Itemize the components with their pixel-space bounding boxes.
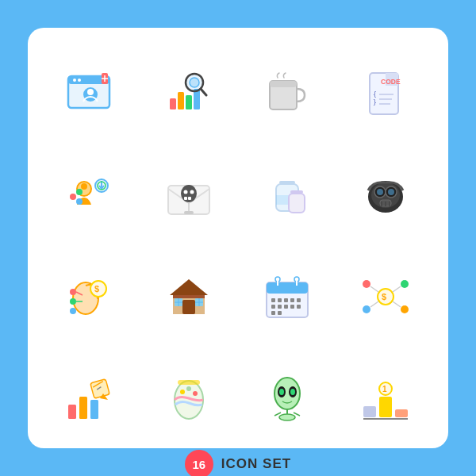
svg-rect-90 (297, 305, 301, 309)
svg-text:CODE: CODE (381, 78, 401, 86)
svg-point-5 (78, 79, 81, 82)
icon-grid: { } CODE (47, 50, 429, 442)
svg-rect-9 (170, 98, 176, 109)
icon-count-badge: 16 (185, 450, 213, 476)
svg-point-110 (180, 390, 185, 394)
svg-rect-103 (68, 405, 76, 419)
svg-rect-74 (173, 295, 205, 298)
svg-rect-86 (271, 305, 275, 309)
svg-rect-105 (90, 400, 98, 419)
code-file-icon: { } CODE (342, 50, 429, 137)
svg-rect-104 (79, 397, 87, 419)
svg-marker-65 (170, 279, 208, 295)
svg-point-118 (290, 389, 295, 395)
svg-point-3 (87, 89, 94, 95)
skull-mail-icon (145, 152, 232, 239)
web-user-icon (47, 50, 134, 137)
svg-point-15 (190, 78, 199, 87)
svg-rect-91 (271, 311, 275, 315)
employee-download-icon (47, 152, 134, 239)
svg-rect-82 (278, 298, 282, 302)
svg-point-51 (377, 189, 383, 195)
svg-rect-40 (184, 211, 194, 214)
svg-line-101 (370, 301, 378, 307)
svg-text:$: $ (382, 292, 386, 301)
gas-mask-icon (342, 152, 429, 239)
svg-point-97 (363, 305, 370, 313)
svg-rect-81 (271, 298, 275, 302)
footer: 16 ICON SET (185, 450, 291, 476)
cabin-icon (145, 253, 232, 340)
svg-rect-38 (184, 197, 187, 200)
svg-rect-85 (297, 298, 301, 302)
svg-rect-106 (90, 379, 109, 398)
svg-point-117 (279, 389, 284, 395)
svg-point-120 (279, 414, 295, 420)
svg-rect-83 (284, 298, 288, 302)
data-analysis-icon (145, 50, 232, 137)
svg-point-52 (388, 189, 394, 195)
svg-text:}: } (373, 99, 377, 106)
svg-rect-67 (182, 300, 195, 314)
svg-rect-88 (284, 305, 288, 309)
svg-text:{: { (373, 91, 377, 98)
main-card: { } CODE (28, 28, 448, 448)
svg-rect-87 (278, 305, 282, 309)
svg-point-62 (70, 308, 76, 314)
svg-rect-89 (290, 305, 294, 309)
svg-point-111 (193, 391, 198, 396)
svg-rect-92 (278, 311, 282, 315)
svg-rect-113 (178, 380, 200, 385)
footer-label: ICON SET (221, 456, 291, 472)
svg-line-121 (274, 413, 281, 416)
svg-point-112 (186, 386, 191, 391)
easter-egg-icon (145, 355, 232, 442)
svg-point-95 (363, 280, 370, 288)
svg-rect-11 (186, 95, 192, 109)
svg-rect-124 (379, 397, 392, 417)
svg-point-30 (81, 183, 87, 190)
svg-point-36 (184, 190, 188, 194)
network-money-icon: $ (342, 253, 429, 340)
svg-point-98 (401, 305, 409, 313)
svg-line-122 (294, 413, 300, 416)
svg-line-102 (393, 301, 401, 307)
svg-rect-84 (290, 298, 294, 302)
mug-icon (244, 50, 331, 137)
svg-text:1: 1 (382, 385, 387, 393)
svg-point-31 (70, 194, 76, 200)
mind-money-icon: $ (47, 253, 134, 340)
svg-rect-17 (270, 81, 297, 87)
svg-point-96 (401, 280, 409, 288)
svg-rect-125 (395, 409, 408, 417)
svg-point-60 (70, 289, 76, 295)
svg-text:$: $ (94, 284, 99, 294)
svg-point-61 (70, 298, 76, 305)
svg-line-100 (393, 286, 401, 292)
svg-rect-123 (363, 406, 376, 417)
svg-line-14 (201, 89, 206, 95)
ranking-icon: 1 1 (342, 355, 429, 442)
svg-rect-46 (289, 194, 305, 213)
edit-chart-icon (47, 355, 134, 442)
svg-rect-10 (178, 92, 184, 109)
svg-point-4 (73, 79, 76, 82)
svg-point-32 (76, 189, 83, 195)
svg-point-33 (76, 198, 83, 205)
calendar-icon (244, 253, 331, 340)
svg-point-37 (190, 190, 194, 194)
jar-icon (244, 152, 331, 239)
svg-rect-39 (188, 197, 191, 200)
svg-rect-76 (267, 282, 308, 294)
alien-icon (244, 355, 331, 442)
svg-line-99 (370, 286, 378, 292)
